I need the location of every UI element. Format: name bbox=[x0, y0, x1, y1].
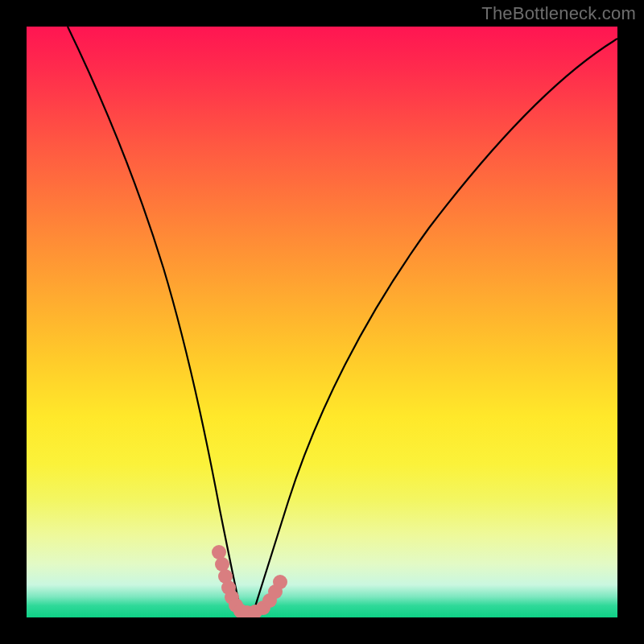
plot-area bbox=[27, 27, 617, 617]
pink-overlay bbox=[212, 545, 287, 617]
watermark-text: TheBottleneck.com bbox=[481, 3, 636, 24]
curve-layer bbox=[27, 27, 617, 617]
svg-point-12 bbox=[273, 575, 287, 589]
chart-frame: TheBottleneck.com bbox=[0, 0, 644, 644]
bottleneck-curve bbox=[68, 27, 617, 617]
